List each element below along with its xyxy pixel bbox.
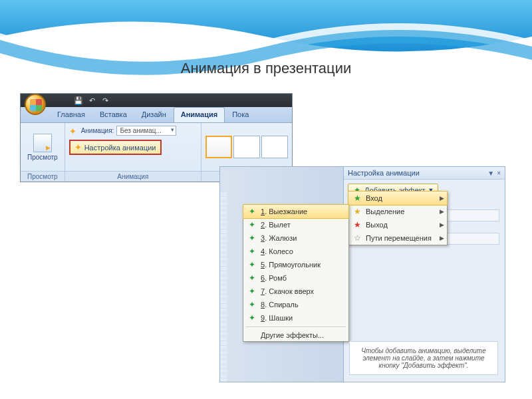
- menu-item-emphasis[interactable]: ★ Выделение ▶: [348, 205, 447, 218]
- menu-item-entrance[interactable]: ★ Вход ▶: [348, 191, 448, 205]
- menu-item-exit[interactable]: ★ Выход ▶: [348, 218, 447, 231]
- menu-label: Другие эффекты...: [261, 331, 324, 339]
- animate-combo[interactable]: Без анимац...: [116, 126, 176, 136]
- effect-label: 3. Жалюзи: [261, 234, 297, 242]
- preview-icon: [33, 134, 52, 152]
- custom-animation-button[interactable]: ✦ Настройка анимации: [69, 140, 162, 155]
- effect-label: 2. Вылет: [261, 221, 291, 229]
- vertical-ruler: [220, 192, 227, 382]
- preview-button[interactable]: Просмотр: [25, 132, 61, 162]
- transition-gallery[interactable]: [205, 136, 288, 158]
- effect-item[interactable]: ✦7. Скачок вверх: [243, 285, 348, 298]
- effect-category-menu: ★ Вход ▶ ★ Выделение ▶ ★ Выход ▶ ☆ Пути …: [348, 191, 448, 245]
- star-icon: ✦: [247, 220, 257, 229]
- effect-label: 7. Скачок вверх: [261, 287, 314, 295]
- entrance-effects-menu: ✦1. Выезжание✦2. Вылет✦3. Жалюзи✦4. Коле…: [243, 204, 349, 342]
- slide-decorative-wave: [0, 0, 532, 93]
- effect-item[interactable]: ✦6. Ромб: [243, 271, 348, 285]
- effect-label: 1. Выезжание: [261, 207, 307, 215]
- hint-text: Чтобы добавить анимацию, выделите элемен…: [349, 341, 498, 375]
- transition-thumb[interactable]: [261, 136, 288, 158]
- chevron-right-icon: ▶: [440, 235, 444, 241]
- office-button[interactable]: [25, 94, 46, 115]
- star-icon: ✦: [247, 313, 257, 323]
- chevron-right-icon: ▶: [440, 208, 444, 215]
- effect-item[interactable]: ✦2. Вылет: [243, 218, 348, 231]
- undo-icon[interactable]: ↶: [87, 96, 96, 105]
- tab-home[interactable]: Главная: [50, 107, 92, 122]
- effect-item[interactable]: ✦9. Шашки: [243, 311, 348, 325]
- transition-none[interactable]: [205, 136, 232, 158]
- menu-label: Выделение: [366, 207, 404, 215]
- pane-dropdown-icon[interactable]: ▼: [487, 170, 494, 177]
- group-label-animation: Анимация: [65, 171, 201, 182]
- group-label-preview: Просмотр: [21, 171, 65, 182]
- star-icon: ✦: [247, 233, 257, 243]
- star-icon: ★: [352, 220, 362, 229]
- effect-item[interactable]: ✦1. Выезжание: [243, 204, 349, 219]
- menu-label: Пути перемещения: [366, 234, 432, 242]
- menu-item-more-effects[interactable]: Другие эффекты...: [243, 329, 348, 341]
- star-icon: ✦: [247, 300, 257, 309]
- effect-item[interactable]: ✦5. Прямоугольник: [243, 258, 348, 271]
- menu-label: Вход: [366, 194, 382, 202]
- task-pane-screenshot: Настройка анимации ▼ × ✦ Добавить эффект…: [219, 166, 505, 382]
- effect-label: 9. Шашки: [261, 314, 293, 322]
- ribbon-tabs: Главная Вставка Дизайн Анимация Пока: [21, 107, 292, 123]
- chevron-right-icon: ▶: [440, 195, 444, 201]
- window-titlebar: 💾 ↶ ↷: [21, 94, 292, 107]
- custom-animation-label: Настройка анимации: [84, 144, 156, 152]
- tab-design[interactable]: Дизайн: [134, 107, 174, 122]
- effect-label: 4. Колесо: [261, 247, 293, 255]
- star-icon: ☆: [352, 233, 362, 243]
- slide-title: Анимация в презентации: [0, 60, 532, 77]
- chevron-right-icon: ▶: [440, 221, 444, 228]
- star-icon: ✦: [247, 247, 257, 256]
- gear-icon: ✦: [74, 142, 82, 152]
- save-icon[interactable]: 💾: [74, 96, 83, 105]
- tab-insert[interactable]: Вставка: [92, 107, 134, 122]
- menu-label: Выход: [366, 221, 388, 229]
- transition-thumb[interactable]: [233, 136, 260, 158]
- effect-item[interactable]: ✦4. Колесо: [243, 245, 348, 258]
- star-icon: ✦: [247, 260, 257, 269]
- star-icon: ✦: [247, 287, 257, 296]
- star-icon: ✦: [247, 273, 257, 283]
- star-icon: ★: [352, 194, 362, 203]
- star-icon: ★: [352, 207, 362, 216]
- menu-separator: [246, 327, 346, 327]
- tab-animation[interactable]: Анимация: [174, 107, 225, 122]
- pane-title-text: Настройка анимации: [348, 169, 420, 177]
- effect-label: 5. Прямоугольник: [261, 261, 321, 269]
- menu-item-motion-paths[interactable]: ☆ Пути перемещения ▶: [348, 231, 447, 245]
- pane-close-icon[interactable]: ×: [497, 170, 501, 177]
- tab-slideshow[interactable]: Пока: [225, 107, 256, 122]
- effect-label: 8. Спираль: [261, 301, 299, 309]
- preview-label: Просмотр: [27, 154, 58, 161]
- effect-item[interactable]: ✦8. Спираль: [243, 298, 348, 311]
- pane-titlebar: Настройка анимации ▼ ×: [344, 167, 505, 180]
- animate-icon: ✦: [69, 126, 78, 136]
- star-icon: ✦: [247, 207, 257, 216]
- quick-access-toolbar: 💾 ↶ ↷: [74, 96, 110, 105]
- effect-label: 6. Ромб: [261, 274, 287, 282]
- animate-label: Анимация:: [81, 127, 114, 134]
- redo-icon[interactable]: ↷: [100, 96, 110, 105]
- effect-item[interactable]: ✦3. Жалюзи: [243, 231, 348, 245]
